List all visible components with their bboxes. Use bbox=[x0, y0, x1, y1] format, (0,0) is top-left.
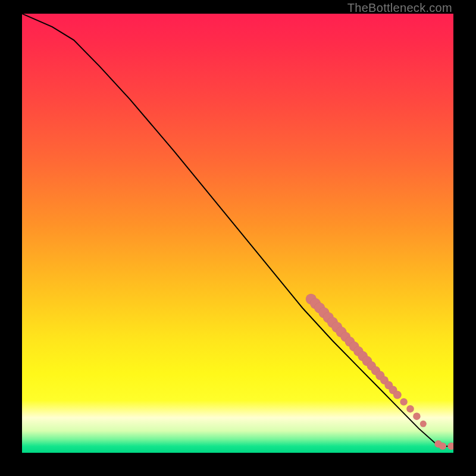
data-marker bbox=[400, 398, 407, 405]
data-marker bbox=[393, 391, 402, 399]
plot-area bbox=[22, 14, 453, 453]
data-marker bbox=[439, 443, 446, 450]
chart-overlay-svg bbox=[22, 14, 453, 453]
markers-group bbox=[306, 294, 453, 450]
watermark-text: TheBottleneck.com bbox=[347, 1, 452, 15]
data-marker bbox=[406, 405, 414, 412]
data-marker bbox=[447, 443, 453, 450]
data-marker bbox=[413, 413, 420, 420]
data-marker bbox=[420, 421, 427, 427]
chart-stage: TheBottleneck.com bbox=[0, 0, 476, 476]
